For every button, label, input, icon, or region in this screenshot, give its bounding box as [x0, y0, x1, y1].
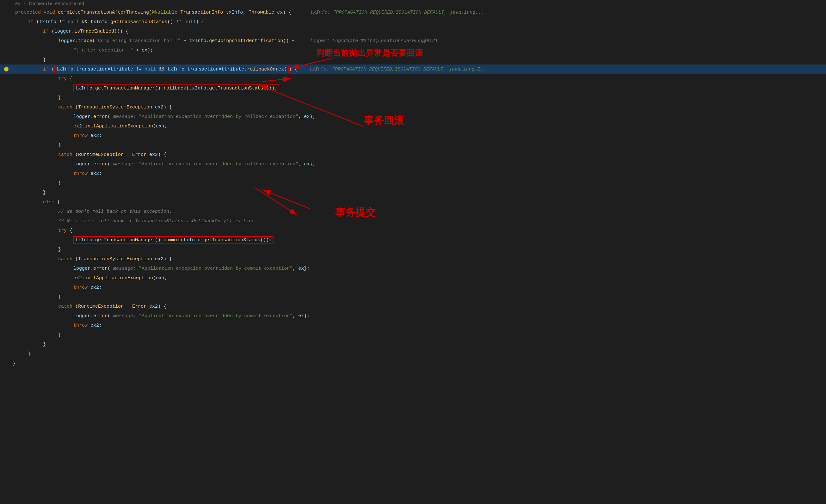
- plain-text: );: [148, 48, 153, 53]
- keyword: if: [43, 67, 52, 72]
- plain-text: {: [70, 76, 72, 81]
- variable: ex2: [149, 304, 158, 309]
- plain-text: };: [310, 162, 315, 167]
- method-name: getTransactionManager: [95, 86, 155, 91]
- plain-text: );: [162, 275, 167, 281]
- code-line: txInfo.getTransactionManager().commit(tx…: [0, 235, 826, 245]
- plain-text: () +: [283, 38, 294, 44]
- keyword: catch: [58, 256, 75, 262]
- code-text: logger.trace("Completing transaction for…: [13, 38, 438, 44]
- plain-text: .: [73, 67, 76, 72]
- code-line: logger.error( message: "Application exce…: [0, 311, 826, 321]
- code-line: ex2.initApplicationException(ex);: [0, 121, 826, 131]
- keyword: else: [43, 199, 57, 205]
- plain-text: (: [108, 162, 113, 167]
- code-text: if (txInfo != null && txInfo.getTransact…: [13, 19, 204, 25]
- code-line: }: [0, 93, 826, 103]
- variable: ex: [304, 114, 310, 120]
- variable: ex: [156, 124, 162, 129]
- plain-text: }: [43, 190, 46, 195]
- keyword: protected: [15, 10, 44, 15]
- code-container: ex - throwable encountered protected voi…: [0, 0, 826, 504]
- plain-text: |: [124, 304, 132, 309]
- variable: txInfo: [39, 19, 56, 25]
- plain-text: [177, 10, 180, 15]
- variable: ex: [298, 313, 304, 319]
- plain-text: }: [58, 332, 61, 338]
- plain-text: }: [43, 342, 46, 347]
- top-hint: ex - throwable encountered: [0, 0, 826, 8]
- plain-text: ());: [260, 238, 272, 243]
- code-line: throw ex2;: [0, 283, 826, 292]
- variable: ex: [278, 67, 284, 72]
- variable: transactionAttribute: [187, 67, 244, 72]
- code-text: txInfo.getTransactionManager().rollback(…: [13, 84, 279, 92]
- keyword-blue: null: [144, 67, 156, 72]
- plain-text: .: [92, 238, 95, 243]
- code-line: catch (TransactionSystemException ex2) {: [0, 103, 826, 112]
- plain-text: [152, 256, 155, 262]
- code-text: throw ex2;: [13, 285, 102, 290]
- plain-text: ) {: [196, 19, 204, 25]
- type-name: RuntimeException: [78, 152, 124, 158]
- variable: logger: [54, 29, 71, 34]
- variable: transactionAttribute: [76, 67, 133, 72]
- code-line: }: [0, 349, 826, 359]
- code-text: if (txInfo.transactionAttribute != null …: [13, 65, 488, 73]
- transaction-rollback-label: 事务回滚: [364, 114, 404, 128]
- plain-text: !=: [133, 67, 144, 72]
- plain-text: (: [75, 152, 78, 158]
- plain-text: .: [91, 313, 93, 319]
- plain-text: (: [108, 266, 113, 271]
- plain-text: .: [244, 67, 247, 72]
- code-line: logger.error( message: "Application exce…: [0, 160, 826, 169]
- method-name: getTransactionManager: [95, 238, 155, 243]
- plain-text: (: [186, 86, 189, 91]
- plain-text: &&: [156, 67, 167, 72]
- comment-text: // We don't roll back on this exception.: [58, 209, 172, 214]
- code-text: }: [13, 294, 61, 300]
- plain-text: ;: [99, 133, 102, 138]
- variable: ex2: [155, 105, 164, 110]
- plain-text: ) {: [158, 152, 166, 158]
- plain-text: ().: [155, 238, 164, 243]
- variable: txInfo: [189, 86, 206, 91]
- variable: logger: [73, 114, 91, 120]
- hint-text: txInfo: "PROPAGATION_REQUIRED,ISOLATION_…: [309, 67, 488, 72]
- hint-text: message:: [113, 162, 139, 167]
- method-name: completeTransactionAfterThrowing: [58, 10, 149, 15]
- type-name: Error: [132, 304, 146, 309]
- code-text: if (logger.isTraceEnabled()) {: [13, 29, 128, 34]
- plain-text: ) {: [283, 10, 291, 15]
- plain-text: ,: [293, 313, 298, 319]
- code-line: try {: [0, 74, 826, 83]
- plain-text: (: [52, 67, 54, 72]
- code-text: catch (RuntimeException | Error ex2) {: [13, 304, 166, 309]
- hint-text: ←: [304, 67, 309, 72]
- variable: ex2: [91, 285, 99, 290]
- code-line: }: [0, 330, 826, 339]
- plain-text: ): [284, 67, 287, 72]
- breakpoint-indicator: [4, 67, 8, 71]
- code-text: throw ex2;: [13, 171, 102, 176]
- variable: logger: [73, 162, 91, 167]
- plain-text: .: [71, 29, 74, 34]
- code-line: }: [0, 188, 826, 197]
- plain-text: ().: [155, 86, 164, 91]
- method-name: initApplicationException: [85, 275, 153, 281]
- code-line: }: [0, 245, 826, 254]
- plain-text: ) {: [164, 256, 172, 262]
- plain-text: }: [58, 247, 61, 252]
- plain-text: ) {: [164, 105, 172, 110]
- code-text: ex2.initApplicationException(ex);: [13, 124, 167, 129]
- plain-text: ) {: [289, 67, 297, 72]
- method-name: rollback: [164, 86, 186, 91]
- code-text: catch (RuntimeException | Error ex2) {: [13, 152, 166, 158]
- plain-text: ,: [298, 114, 304, 120]
- plain-text: );: [162, 124, 167, 129]
- plain-text: );: [310, 114, 315, 120]
- code-line: logger.trace("Completing transaction for…: [0, 36, 826, 46]
- code-text: catch (TransactionSystemException ex2) {: [13, 256, 172, 262]
- keyword-blue: null: [184, 19, 196, 25]
- method-name: initApplicationException: [85, 124, 153, 129]
